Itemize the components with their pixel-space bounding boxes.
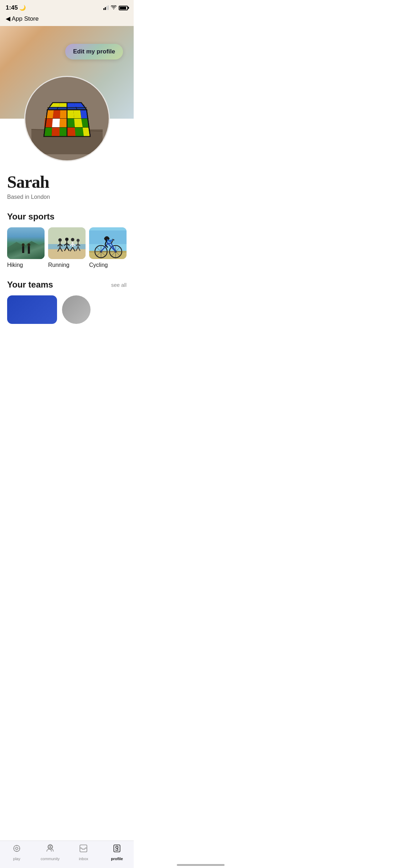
signal-bar-1: [103, 8, 104, 10]
sports-grid: Hiking: [7, 227, 127, 268]
profile-content: Sarah Based in London Your sports Hiking: [0, 165, 134, 360]
svg-marker-36: [80, 110, 87, 118]
svg-marker-21: [60, 110, 67, 118]
svg-marker-27: [60, 128, 67, 136]
edit-profile-button[interactable]: Edit my profile: [65, 44, 123, 60]
running-label: Running: [48, 262, 86, 268]
svg-marker-34: [67, 110, 74, 118]
status-right: [103, 5, 128, 11]
cycling-label: Cycling: [89, 262, 127, 268]
signal-bar-3: [106, 6, 107, 10]
svg-point-69: [77, 239, 80, 242]
svg-marker-35: [73, 110, 81, 118]
user-name: Sarah: [7, 172, 127, 192]
signal-bar-4: [108, 5, 109, 10]
see-all-link[interactable]: see all: [111, 282, 127, 288]
svg-point-63: [71, 238, 74, 242]
avatar[interactable]: [24, 76, 110, 161]
sport-card-hiking[interactable]: Hiking: [7, 227, 45, 268]
status-bar: 1:45 🌙: [0, 0, 134, 14]
svg-marker-24: [60, 119, 67, 127]
svg-marker-23: [52, 119, 60, 127]
battery-fill: [120, 7, 126, 9]
svg-point-51: [58, 238, 62, 242]
hiking-label: Hiking: [7, 262, 45, 268]
svg-marker-38: [74, 119, 83, 127]
svg-marker-20: [53, 110, 60, 118]
avatar-image: [25, 77, 109, 160]
svg-marker-40: [67, 128, 76, 136]
svg-marker-26: [52, 128, 60, 136]
back-link[interactable]: ◀ App Store: [6, 15, 128, 22]
svg-marker-11: [67, 103, 75, 107]
svg-line-99: [109, 240, 113, 241]
sport-card-cycling[interactable]: Cycling: [89, 227, 127, 268]
moon-icon: 🌙: [19, 5, 26, 11]
user-location: Based in London: [7, 194, 127, 200]
svg-point-57: [65, 238, 69, 241]
hiking-image: [7, 227, 45, 259]
svg-marker-37: [67, 119, 75, 127]
signal-bars: [103, 6, 109, 10]
teams-preview: [7, 295, 127, 324]
battery-icon: [119, 6, 128, 10]
status-left: 1:45 🌙: [6, 4, 26, 11]
hiker-figure-2: [28, 246, 30, 254]
svg-marker-10: [58, 103, 67, 107]
back-nav: ◀ App Store: [0, 14, 134, 26]
sport-card-running[interactable]: Running: [48, 227, 86, 268]
status-time: 1:45: [6, 4, 18, 11]
signal-bar-2: [105, 7, 106, 10]
team-card-2[interactable]: [62, 295, 91, 324]
hiking-figures: [22, 246, 30, 254]
hero-section: Edit my profile: [0, 26, 134, 119]
cycling-image: [89, 227, 127, 259]
team-card-1[interactable]: [7, 295, 57, 324]
running-image: [48, 227, 86, 259]
teams-section-title: Your teams: [7, 280, 53, 290]
wifi-icon: [111, 5, 117, 11]
hiker-figure-1: [22, 246, 24, 253]
svg-marker-41: [75, 128, 84, 136]
teams-header: Your teams see all: [7, 280, 127, 290]
sports-section-title: Your sports: [7, 212, 127, 222]
